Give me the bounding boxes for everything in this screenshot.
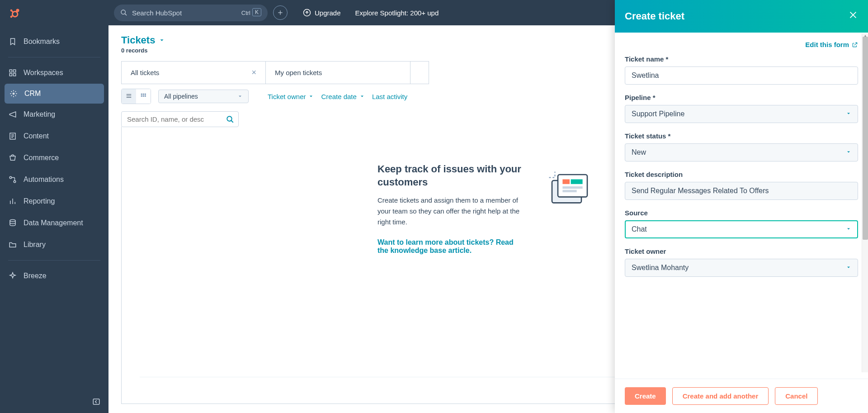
id-search-input[interactable] bbox=[121, 111, 239, 127]
svg-rect-44 bbox=[562, 186, 582, 189]
list-view-button[interactable] bbox=[122, 89, 136, 104]
sidebar-label: CRM bbox=[24, 90, 41, 98]
svg-rect-43 bbox=[571, 179, 583, 184]
create-ticket-panel: Create ticket Edit this form Ticket name… bbox=[615, 0, 868, 413]
svg-rect-35 bbox=[141, 95, 142, 96]
collapse-sidebar-button[interactable] bbox=[0, 392, 108, 413]
ticket-name-label: Ticket name * bbox=[625, 55, 858, 63]
svg-rect-7 bbox=[9, 70, 12, 72]
description-input[interactable]: Send Regular Messages Related To Offers bbox=[625, 182, 858, 200]
svg-line-5 bbox=[12, 15, 14, 16]
empty-title: Keep track of issues with your customers bbox=[377, 163, 522, 189]
status-select[interactable]: New bbox=[625, 143, 858, 161]
sidebar-item-automations[interactable]: Automations bbox=[0, 169, 108, 190]
tab-overflow[interactable] bbox=[410, 61, 429, 84]
sidebar-label: Library bbox=[24, 241, 46, 249]
divider bbox=[8, 260, 100, 261]
crm-icon bbox=[9, 89, 18, 98]
filter-ticket-owner[interactable]: Ticket owner bbox=[268, 93, 314, 100]
search-shortcut: Ctrl K bbox=[241, 8, 261, 16]
source-label: Source bbox=[625, 209, 858, 217]
global-search[interactable]: Ctrl K bbox=[114, 5, 268, 21]
description-label: Ticket description bbox=[625, 171, 858, 178]
svg-rect-22 bbox=[93, 399, 99, 404]
svg-rect-42 bbox=[562, 179, 570, 184]
divider bbox=[8, 57, 100, 57]
content-icon bbox=[8, 132, 17, 141]
sidebar-item-data[interactable]: Data Management bbox=[0, 212, 108, 234]
add-button[interactable] bbox=[273, 5, 288, 20]
chevron-down-icon bbox=[846, 264, 851, 272]
folder-icon bbox=[8, 240, 17, 249]
database-icon bbox=[8, 218, 17, 228]
chevron-down-icon bbox=[846, 110, 851, 118]
svg-point-11 bbox=[13, 93, 14, 95]
owner-select[interactable]: Swetlina Mohanty bbox=[625, 259, 858, 277]
sidebar-item-library[interactable]: Library bbox=[0, 234, 108, 256]
hubspot-logo[interactable] bbox=[0, 0, 108, 29]
empty-help-link[interactable]: Want to learn more about tickets? Read t… bbox=[377, 238, 522, 255]
svg-rect-34 bbox=[145, 93, 146, 95]
svg-rect-10 bbox=[14, 74, 16, 76]
automations-icon bbox=[8, 175, 17, 184]
scrollbar[interactable]: ▴ bbox=[862, 33, 868, 372]
sidebar-label: Automations bbox=[24, 176, 64, 184]
sidebar-item-reporting[interactable]: Reporting bbox=[0, 190, 108, 212]
sidebar-item-marketing[interactable]: Marketing bbox=[0, 104, 108, 125]
svg-line-39 bbox=[231, 120, 233, 123]
chevron-down-icon bbox=[846, 148, 851, 157]
search-icon bbox=[226, 115, 234, 125]
chevron-down-icon bbox=[237, 94, 243, 99]
filter-create-date[interactable]: Create date bbox=[321, 93, 364, 100]
sidebar-item-commerce[interactable]: Commerce bbox=[0, 147, 108, 169]
sidebar-item-bookmarks[interactable]: Bookmarks bbox=[0, 31, 108, 52]
sidebar-item-content[interactable]: Content bbox=[0, 125, 108, 147]
svg-rect-33 bbox=[143, 93, 144, 95]
tab-all-tickets[interactable]: All tickets × bbox=[121, 61, 266, 84]
grid-view-button[interactable] bbox=[136, 89, 151, 104]
pipeline-label: Pipeline * bbox=[625, 94, 858, 101]
pipeline-select[interactable]: All pipelines bbox=[158, 90, 249, 103]
create-another-button[interactable]: Create and add another bbox=[672, 387, 769, 405]
sparkle-icon bbox=[8, 271, 17, 280]
close-icon[interactable]: × bbox=[251, 68, 256, 77]
svg-rect-41 bbox=[558, 175, 587, 197]
close-icon[interactable] bbox=[848, 10, 858, 23]
explore-link[interactable]: Explore Spotlight: 200+ upd bbox=[355, 9, 439, 17]
filter-last-activity[interactable]: Last activity bbox=[372, 93, 407, 100]
sidebar-label: Reporting bbox=[24, 197, 55, 205]
search-icon bbox=[120, 9, 127, 18]
panel-title: Create ticket bbox=[625, 10, 684, 22]
status-label: Ticket status * bbox=[625, 132, 858, 140]
svg-rect-8 bbox=[14, 70, 16, 72]
view-toggle bbox=[121, 89, 151, 104]
sidebar-label: Content bbox=[24, 132, 49, 140]
marketing-icon bbox=[8, 110, 17, 119]
chevron-down-icon bbox=[159, 37, 165, 43]
edit-form-link[interactable]: Edit this form bbox=[805, 41, 858, 48]
svg-point-23 bbox=[121, 10, 125, 14]
sidebar-item-breeze[interactable]: Breeze bbox=[0, 265, 108, 287]
svg-point-21 bbox=[10, 220, 15, 222]
cancel-button[interactable]: Cancel bbox=[775, 387, 818, 405]
create-button[interactable]: Create bbox=[625, 387, 666, 405]
sidebar-label: Data Management bbox=[24, 219, 83, 227]
upgrade-link[interactable]: Upgrade bbox=[303, 9, 341, 17]
svg-point-17 bbox=[14, 180, 16, 183]
source-select[interactable]: Chat bbox=[625, 220, 858, 238]
tab-my-open-tickets[interactable]: My open tickets bbox=[266, 61, 410, 84]
sidebar-item-crm[interactable]: CRM bbox=[5, 84, 104, 104]
empty-body: Create tickets and assign them to a memb… bbox=[377, 195, 522, 228]
sidebar-label: Commerce bbox=[24, 154, 59, 162]
pipeline-select[interactable]: Support Pipeline bbox=[625, 105, 858, 123]
svg-point-16 bbox=[9, 176, 12, 179]
sidebar-label: Workspaces bbox=[24, 69, 63, 77]
svg-rect-45 bbox=[562, 190, 576, 192]
ticket-name-input[interactable] bbox=[625, 66, 858, 85]
chevron-down-icon bbox=[359, 94, 365, 99]
svg-line-24 bbox=[125, 14, 127, 15]
scrollbar-thumb[interactable] bbox=[863, 37, 868, 240]
sidebar-item-workspaces[interactable]: Workspaces bbox=[0, 62, 108, 84]
svg-point-38 bbox=[227, 116, 232, 121]
bookmark-icon bbox=[8, 37, 17, 46]
